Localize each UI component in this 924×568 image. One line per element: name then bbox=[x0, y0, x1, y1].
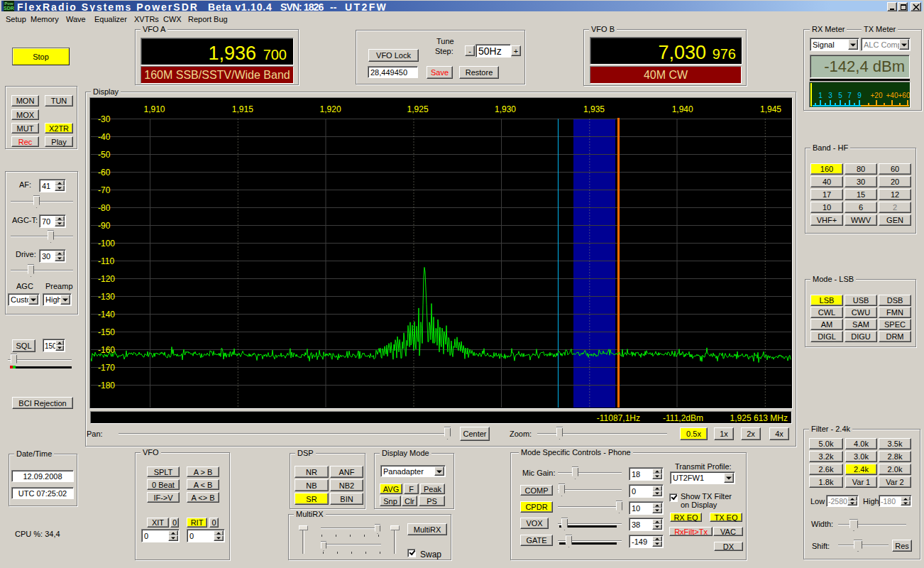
svg-text:1,940: 1,940 bbox=[672, 104, 693, 114]
svg-text:-120: -120 bbox=[98, 274, 115, 284]
svg-text:1,935: 1,935 bbox=[583, 104, 605, 114]
svg-text:SDR: SDR bbox=[4, 6, 14, 11]
svg-text:5: 5 bbox=[838, 92, 842, 99]
svg-text:-80: -80 bbox=[98, 203, 111, 213]
svg-text:1: 1 bbox=[818, 92, 823, 99]
svg-text:-40: -40 bbox=[98, 132, 111, 142]
svg-text:-110: -110 bbox=[98, 256, 114, 266]
svg-text:+20: +20 bbox=[871, 92, 883, 99]
svg-text:+60: +60 bbox=[898, 92, 910, 99]
svg-text:3: 3 bbox=[828, 92, 832, 99]
svg-text:-140: -140 bbox=[98, 310, 115, 320]
svg-text:1,925: 1,925 bbox=[407, 104, 429, 114]
svg-text:-90: -90 bbox=[98, 221, 111, 231]
svg-text:-100: -100 bbox=[98, 239, 115, 248]
svg-text:1,920: 1,920 bbox=[320, 104, 341, 114]
svg-text:-150: -150 bbox=[98, 327, 115, 337]
svg-text:7: 7 bbox=[847, 92, 852, 99]
svg-text:+40: +40 bbox=[886, 92, 898, 99]
svg-text:-30: -30 bbox=[98, 114, 111, 124]
svg-text:1,915: 1,915 bbox=[232, 104, 253, 114]
svg-text:1,910: 1,910 bbox=[143, 104, 165, 114]
svg-text:-50: -50 bbox=[98, 150, 111, 160]
svg-text:-60: -60 bbox=[98, 168, 111, 178]
svg-text:1,945: 1,945 bbox=[760, 104, 781, 114]
svg-text:-130: -130 bbox=[98, 292, 115, 302]
svg-text:-70: -70 bbox=[98, 185, 111, 195]
svg-text:-180: -180 bbox=[98, 381, 115, 390]
svg-text:-170: -170 bbox=[98, 363, 115, 373]
svg-text:1,930: 1,930 bbox=[495, 104, 516, 114]
svg-text:9: 9 bbox=[857, 92, 862, 99]
